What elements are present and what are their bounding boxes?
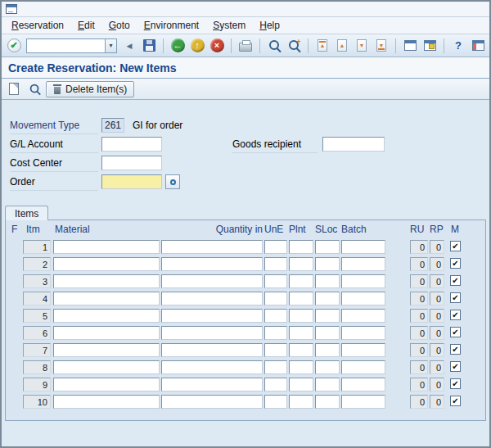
quantity-input[interactable] [161, 292, 263, 305]
storage-location-input[interactable] [315, 343, 340, 357]
material-input[interactable] [53, 292, 160, 305]
plant-input[interactable] [289, 309, 313, 323]
order-matchcode-button[interactable] [165, 174, 180, 189]
unit-of-entry-input[interactable] [264, 326, 287, 340]
quantity-input[interactable] [161, 326, 263, 340]
gl-account-input[interactable] [101, 137, 162, 152]
menu-item-goto[interactable]: Goto [109, 20, 130, 31]
movement-type-field[interactable] [101, 118, 124, 133]
plant-input[interactable] [289, 360, 313, 374]
command-input[interactable] [26, 38, 105, 53]
movement-allowed-checkbox[interactable]: ✔ [450, 396, 461, 406]
batch-input[interactable] [341, 378, 385, 391]
customize-button[interactable] [469, 37, 487, 55]
batch-input[interactable] [341, 309, 385, 323]
batch-input[interactable] [341, 292, 385, 305]
exit-button[interactable]: ↑ [188, 37, 206, 55]
material-input[interactable] [53, 360, 160, 374]
create-shortcut-button[interactable] [421, 37, 439, 55]
material-input[interactable] [53, 395, 160, 409]
unit-of-entry-input[interactable] [264, 343, 287, 357]
movement-allowed-checkbox[interactable]: ✔ [450, 361, 461, 372]
cost-center-input[interactable] [101, 156, 162, 170]
previous-page-button[interactable]: ▲ [333, 37, 351, 55]
last-page-button[interactable]: ▼ [372, 37, 390, 55]
plant-input[interactable] [289, 395, 313, 409]
plant-input[interactable] [289, 257, 313, 271]
material-input[interactable] [53, 274, 160, 288]
menu-item-edit[interactable]: Edit [78, 20, 95, 31]
quantity-input[interactable] [161, 343, 263, 357]
save-button[interactable] [140, 37, 158, 55]
storage-location-input[interactable] [315, 395, 340, 409]
quantity-input[interactable] [161, 257, 263, 271]
menu-item-reservation[interactable]: Reservation [11, 20, 64, 31]
print-button[interactable] [236, 37, 255, 55]
new-session-button[interactable] [401, 37, 419, 55]
system-menu-icon[interactable] [6, 4, 17, 14]
quantity-input[interactable] [161, 378, 263, 391]
movement-allowed-checkbox[interactable]: ✔ [450, 344, 461, 355]
storage-location-input[interactable] [315, 257, 340, 271]
enter-button[interactable]: ✔ [5, 37, 23, 55]
storage-location-input[interactable] [315, 326, 340, 340]
batch-input[interactable] [341, 257, 385, 271]
unit-of-entry-input[interactable] [264, 274, 287, 288]
menu-item-environment[interactable]: Environment [144, 20, 199, 31]
material-input[interactable] [53, 378, 160, 391]
movement-allowed-checkbox[interactable]: ✔ [450, 310, 461, 320]
plant-input[interactable] [289, 326, 313, 340]
find-button[interactable] [265, 37, 283, 55]
quantity-input[interactable] [161, 395, 263, 409]
order-input[interactable] [101, 174, 162, 189]
unit-of-entry-input[interactable] [264, 395, 287, 409]
material-input[interactable] [53, 326, 160, 340]
unit-of-entry-input[interactable] [264, 360, 287, 374]
unit-of-entry-input[interactable] [264, 378, 287, 391]
goods-recipient-input[interactable] [322, 137, 385, 152]
material-input[interactable] [53, 309, 160, 323]
batch-input[interactable] [341, 395, 385, 409]
storage-location-input[interactable] [315, 274, 340, 288]
batch-input[interactable] [341, 326, 385, 340]
plant-input[interactable] [289, 240, 313, 254]
plant-input[interactable] [289, 343, 313, 357]
delete-items-button[interactable]: Delete Item(s) [46, 81, 134, 97]
movement-allowed-checkbox[interactable]: ✔ [450, 378, 461, 389]
command-dropdown-icon[interactable]: ▾ [105, 38, 117, 53]
movement-allowed-checkbox[interactable]: ✔ [450, 275, 461, 286]
material-input[interactable] [53, 240, 160, 254]
unit-of-entry-input[interactable] [264, 309, 287, 323]
create-item-button[interactable] [5, 80, 23, 98]
first-page-button[interactable]: ▲ [313, 37, 331, 55]
plant-input[interactable] [289, 378, 313, 391]
unit-of-entry-input[interactable] [264, 257, 287, 271]
tab-items[interactable]: Items [5, 206, 48, 220]
batch-input[interactable] [341, 240, 385, 254]
storage-location-input[interactable] [315, 292, 340, 305]
storage-location-input[interactable] [315, 309, 340, 323]
cancel-button[interactable]: × [208, 37, 226, 55]
batch-input[interactable] [341, 274, 385, 288]
unit-of-entry-input[interactable] [264, 240, 287, 254]
movement-allowed-checkbox[interactable]: ✔ [450, 327, 461, 337]
storage-location-input[interactable] [315, 360, 340, 374]
quantity-input[interactable] [161, 274, 263, 288]
movement-allowed-checkbox[interactable]: ✔ [450, 292, 461, 303]
quantity-input[interactable] [161, 309, 263, 323]
material-input[interactable] [53, 343, 160, 357]
movement-allowed-checkbox[interactable]: ✔ [450, 258, 461, 269]
help-button[interactable]: ? [449, 37, 467, 55]
back-button[interactable]: ← [169, 37, 187, 55]
batch-input[interactable] [341, 360, 385, 374]
hide-command-button[interactable]: ◀ [120, 37, 138, 55]
quantity-input[interactable] [161, 360, 263, 374]
plant-input[interactable] [289, 274, 313, 288]
storage-location-input[interactable] [315, 378, 340, 391]
batch-input[interactable] [341, 343, 385, 357]
menu-item-help[interactable]: Help [259, 20, 280, 31]
next-page-button[interactable]: ▼ [353, 37, 371, 55]
storage-location-input[interactable] [315, 240, 340, 254]
unit-of-entry-input[interactable] [264, 292, 287, 305]
find-next-button[interactable]: + [285, 37, 303, 55]
